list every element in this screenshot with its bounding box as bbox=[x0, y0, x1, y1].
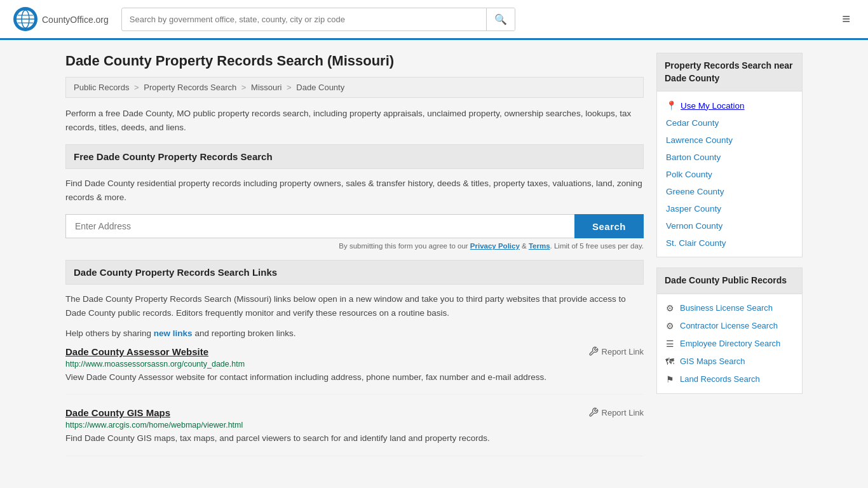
links-section-header: Dade County Property Records Search Link… bbox=[65, 260, 644, 285]
link-item-header: Dade County Assessor Website Report Link bbox=[65, 346, 644, 357]
contractor-license-icon: ⚙ bbox=[665, 321, 675, 331]
gis-maps-link[interactable]: GIS Maps Search bbox=[680, 356, 745, 366]
sidebar-contractor-license[interactable]: ⚙ Contractor License Search bbox=[657, 317, 802, 335]
breadcrumb-sep-3: > bbox=[287, 83, 292, 92]
sidebar-county-greene[interactable]: Greene County bbox=[657, 183, 802, 200]
sidebar-public-records-body: ⚙ Business License Search ⚙ Contractor L… bbox=[657, 294, 802, 393]
land-records-icon: ⚑ bbox=[665, 374, 675, 384]
report-icon-1 bbox=[588, 346, 599, 356]
breadcrumb-dade-county: Dade County bbox=[296, 83, 344, 92]
link-item-assessor: Dade County Assessor Website Report Link… bbox=[65, 346, 644, 395]
links-description: The Dade County Property Records Search … bbox=[65, 292, 644, 320]
sidebar: Property Records Search near Dade County… bbox=[656, 53, 803, 469]
use-my-location-item[interactable]: 📍 Use My Location bbox=[657, 97, 802, 114]
sidebar-county-jasper[interactable]: Jasper County bbox=[657, 200, 802, 217]
breadcrumb-sep-1: > bbox=[134, 83, 139, 92]
land-records-link[interactable]: Land Records Search bbox=[680, 374, 760, 384]
location-pin-icon: 📍 bbox=[666, 100, 677, 111]
privacy-policy-link[interactable]: Privacy Policy bbox=[470, 242, 520, 250]
sidebar-gis-maps[interactable]: 🗺 GIS Maps Search bbox=[657, 353, 802, 370]
breadcrumb-sep-2: > bbox=[241, 83, 247, 92]
employee-directory-link[interactable]: Employee Directory Search bbox=[680, 339, 780, 348]
gis-link-url[interactable]: https://www.arcgis.com/home/webmap/viewe… bbox=[65, 421, 644, 430]
breadcrumb: Public Records > Property Records Search… bbox=[65, 77, 644, 98]
sidebar-nearby-body: 📍 Use My Location Cedar County Lawrence … bbox=[657, 92, 802, 257]
logo-text: CountyOffice.org bbox=[42, 13, 109, 26]
form-disclaimer: By submitting this form you agree to our… bbox=[65, 242, 644, 250]
sidebar-county-vernon[interactable]: Vernon County bbox=[657, 217, 802, 234]
new-links-link[interactable]: new links bbox=[154, 329, 193, 338]
sidebar-county-stclair[interactable]: St. Clair County bbox=[657, 234, 802, 252]
assessor-link-desc: View Dade County Assessor website for co… bbox=[65, 371, 644, 384]
sidebar-nearby-section: Property Records Search near Dade County… bbox=[656, 53, 803, 257]
business-license-link[interactable]: Business License Search bbox=[680, 303, 773, 313]
breadcrumb-missouri[interactable]: Missouri bbox=[251, 83, 281, 92]
address-input[interactable] bbox=[65, 214, 574, 238]
breadcrumb-public-records[interactable]: Public Records bbox=[74, 83, 129, 92]
terms-link[interactable]: Terms bbox=[529, 242, 550, 250]
employee-directory-icon: ☰ bbox=[665, 339, 675, 349]
logo-icon bbox=[13, 6, 38, 32]
page-description: Perform a free Dade County, MO public pr… bbox=[65, 107, 644, 134]
share-note: Help others by sharing new links and rep… bbox=[65, 327, 644, 341]
gis-link-title[interactable]: Dade County GIS Maps bbox=[65, 407, 170, 418]
assessor-link-title[interactable]: Dade County Assessor Website bbox=[65, 346, 208, 357]
search-form-row: Search bbox=[65, 214, 644, 238]
breadcrumb-property-records-search[interactable]: Property Records Search bbox=[144, 83, 236, 92]
sidebar-county-polk[interactable]: Polk County bbox=[657, 166, 802, 183]
header-search-input[interactable] bbox=[122, 10, 486, 29]
gis-link-desc: Find Dade County GIS maps, tax maps, and… bbox=[65, 432, 644, 445]
gis-maps-icon: 🗺 bbox=[665, 356, 675, 367]
sidebar-public-records-heading: Dade County Public Records bbox=[657, 268, 802, 294]
property-search-form: Search By submitting this form you agree… bbox=[65, 214, 644, 250]
free-search-section-header: Free Dade County Property Records Search bbox=[65, 144, 644, 169]
content-area: Dade County Property Records Search (Mis… bbox=[65, 53, 644, 469]
sidebar-public-records-section: Dade County Public Records ⚙ Business Li… bbox=[656, 268, 803, 394]
sidebar-county-lawrence[interactable]: Lawrence County bbox=[657, 132, 802, 149]
sidebar-nearby-heading: Property Records Search near Dade County bbox=[657, 53, 802, 92]
report-link-button-1[interactable]: Report Link bbox=[588, 346, 644, 356]
free-search-description: Find Dade County residential property re… bbox=[65, 177, 644, 204]
business-license-icon: ⚙ bbox=[665, 303, 675, 313]
page-title: Dade County Property Records Search (Mis… bbox=[65, 53, 644, 69]
sidebar-business-license[interactable]: ⚙ Business License Search bbox=[657, 299, 802, 317]
assessor-link-url[interactable]: http://www.moassessorsassn.org/county_da… bbox=[65, 360, 644, 369]
logo[interactable]: CountyOffice.org bbox=[13, 6, 109, 32]
sidebar-land-records[interactable]: ⚑ Land Records Search bbox=[657, 370, 802, 388]
menu-button[interactable]: ≡ bbox=[837, 8, 855, 30]
site-header: CountyOffice.org 🔍 ≡ bbox=[0, 0, 868, 40]
sidebar-employee-directory[interactable]: ☰ Employee Directory Search bbox=[657, 335, 802, 353]
link-item-gis: Dade County GIS Maps Report Link https:/… bbox=[65, 407, 644, 456]
header-search-bar: 🔍 bbox=[121, 8, 515, 31]
report-icon-2 bbox=[588, 407, 599, 417]
sidebar-county-cedar[interactable]: Cedar County bbox=[657, 114, 802, 132]
use-my-location-link[interactable]: Use My Location bbox=[681, 101, 745, 111]
property-search-button[interactable]: Search bbox=[574, 214, 644, 238]
report-link-button-2[interactable]: Report Link bbox=[588, 407, 644, 417]
link-item-gis-header: Dade County GIS Maps Report Link bbox=[65, 407, 644, 418]
main-container: Dade County Property Records Search (Mis… bbox=[53, 40, 815, 482]
sidebar-county-barton[interactable]: Barton County bbox=[657, 149, 802, 166]
header-search-button[interactable]: 🔍 bbox=[486, 8, 515, 30]
contractor-license-link[interactable]: Contractor License Search bbox=[680, 321, 778, 330]
